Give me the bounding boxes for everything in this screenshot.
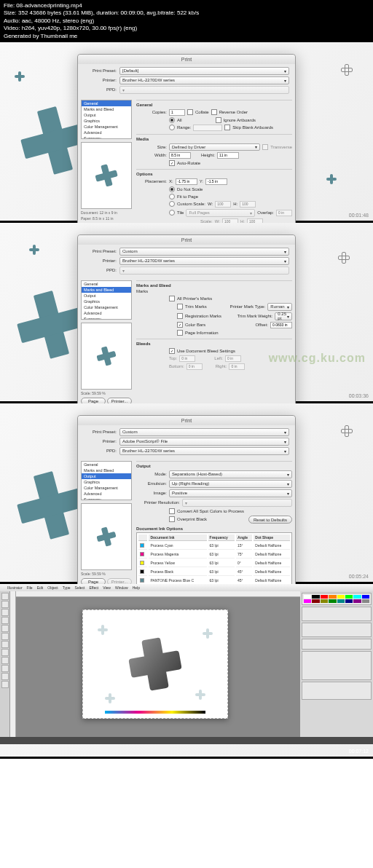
swatches-panel[interactable] [302, 607, 372, 621]
range-radio[interactable] [169, 125, 175, 130]
collate-check[interactable] [187, 109, 193, 115]
marktype-select[interactable]: Roman [267, 303, 292, 311]
copies-input[interactable] [169, 109, 185, 116]
ignore-check[interactable] [216, 117, 221, 123]
offset-input[interactable] [270, 322, 292, 328]
category-list[interactable]: General Marks and Bleed Output Graphics … [81, 100, 132, 139]
cat-general[interactable]: General [82, 100, 131, 106]
menu-item[interactable]: Effect [89, 585, 98, 590]
allmarks-check[interactable] [169, 296, 175, 301]
image-select[interactable]: Positive [169, 489, 292, 497]
rotate-tool-icon[interactable] [1, 649, 9, 656]
menu-item[interactable]: Help [133, 585, 140, 590]
tile-radio[interactable] [169, 210, 175, 216]
skip-check[interactable] [224, 125, 230, 130]
range-input[interactable] [193, 125, 222, 131]
cat-marks[interactable]: Marks and Bleed [82, 287, 131, 293]
selection-tool-icon[interactable] [1, 593, 9, 600]
ppd-select[interactable]: Brother HL-2270DW series [119, 447, 289, 455]
scale-w-input[interactable] [215, 201, 231, 208]
brush-tool-icon[interactable] [1, 633, 9, 640]
noscale-radio[interactable] [169, 186, 175, 192]
rect-tool-icon[interactable] [1, 625, 9, 632]
brushes-panel[interactable] [302, 623, 372, 637]
preset-select[interactable]: Custom [119, 428, 289, 436]
cat-graphics[interactable]: Graphics [82, 118, 131, 124]
bleed-left[interactable] [225, 355, 241, 362]
eyedropper-tool-icon[interactable] [1, 665, 9, 672]
printer-select[interactable]: Brother HL-2270DW series [119, 76, 289, 84]
appearance-panel[interactable] [302, 682, 372, 700]
menu-item[interactable]: Illustrator [7, 585, 23, 590]
reg-check[interactable] [177, 313, 183, 319]
reverse-check[interactable] [211, 109, 217, 115]
pen-tool-icon[interactable] [1, 609, 9, 616]
y-input[interactable] [205, 178, 227, 185]
cat-summary[interactable]: Summary [82, 135, 131, 139]
menu-item[interactable]: Select [75, 585, 85, 590]
preset-select[interactable]: [Default] [119, 67, 289, 75]
autorotate-check[interactable] [169, 160, 175, 166]
category-list[interactable]: General Marks and Bleed Output Graphics … [81, 461, 132, 500]
zoom-tool-icon[interactable] [1, 681, 9, 688]
printer-select[interactable]: Adobe PostScript® File [119, 438, 289, 446]
all-radio[interactable] [169, 117, 175, 123]
colorbars-check[interactable] [177, 322, 183, 328]
menu-item[interactable]: Edit [37, 585, 44, 590]
color-panel[interactable] [302, 593, 372, 605]
transverse-check[interactable] [262, 144, 268, 150]
type-tool-icon[interactable] [1, 617, 9, 624]
trim-check[interactable] [177, 304, 183, 309]
scale-tool-icon[interactable] [1, 657, 9, 664]
panels[interactable] [300, 591, 373, 737]
layers-panel[interactable] [302, 651, 372, 680]
preview-paper: Paper: 8.5 in x 11 in [81, 216, 132, 221]
direct-select-tool-icon[interactable] [1, 601, 9, 608]
cat-output[interactable]: Output [82, 112, 131, 118]
reset-button[interactable]: Reset to Defaults [248, 516, 292, 524]
usedoc-check[interactable] [169, 348, 175, 354]
ppd-select[interactable] [119, 267, 289, 275]
cat-output[interactable]: Output [82, 473, 131, 479]
cat-marks[interactable]: Marks and Bleed [82, 106, 131, 112]
tile-select[interactable]: Full Pages [186, 209, 255, 217]
scale-h-input[interactable] [240, 201, 256, 208]
bleed-right[interactable] [229, 363, 245, 370]
mode-select[interactable]: Separations (Host-Based) [169, 470, 292, 478]
category-list[interactable]: General Marks and Bleed Output Graphics … [81, 280, 132, 320]
menu-item[interactable]: Window [115, 585, 128, 590]
menu-item[interactable]: View [103, 585, 111, 590]
res-select[interactable] [182, 499, 292, 507]
artboard[interactable] [82, 609, 228, 719]
media-size-select[interactable]: Defined by Driver [169, 143, 260, 151]
ppd-select[interactable] [119, 86, 289, 94]
overprint-check[interactable] [169, 516, 175, 522]
cat-color[interactable]: Color Management [82, 124, 131, 130]
eraser-tool-icon[interactable] [1, 641, 9, 648]
menu-item[interactable]: File [27, 585, 33, 590]
ruler-vertical[interactable] [10, 591, 16, 737]
canvas[interactable] [10, 591, 300, 737]
height-input[interactable] [217, 152, 239, 159]
fit-radio[interactable] [169, 194, 175, 200]
bleed-bottom[interactable] [186, 363, 203, 370]
menubar[interactable]: Illustrator File Edit Object Type Select… [0, 584, 373, 591]
emulsion-select[interactable]: Up (Right Reading) [169, 480, 292, 488]
gradient-tool-icon[interactable] [1, 673, 9, 680]
trimweight-select[interactable]: 0.25 pt [275, 312, 292, 320]
x-input[interactable] [176, 178, 197, 185]
width-input[interactable] [169, 152, 191, 159]
menu-item[interactable]: Object [47, 585, 58, 590]
cat-advanced[interactable]: Advanced [82, 130, 131, 135]
convert-check[interactable] [169, 508, 175, 514]
overlap-input[interactable] [276, 210, 292, 216]
menu-item[interactable]: Type [63, 585, 71, 590]
preset-select[interactable]: Custom [119, 248, 289, 256]
stroke-panel[interactable] [302, 639, 372, 650]
tools-panel[interactable] [0, 591, 10, 737]
ruler-horizontal[interactable] [10, 591, 300, 597]
customscale-radio[interactable] [169, 201, 175, 207]
printer-select[interactable]: Brother HL-2270DW series [119, 257, 289, 265]
bleed-top[interactable] [179, 355, 195, 362]
pageinfo-check[interactable] [177, 330, 183, 336]
